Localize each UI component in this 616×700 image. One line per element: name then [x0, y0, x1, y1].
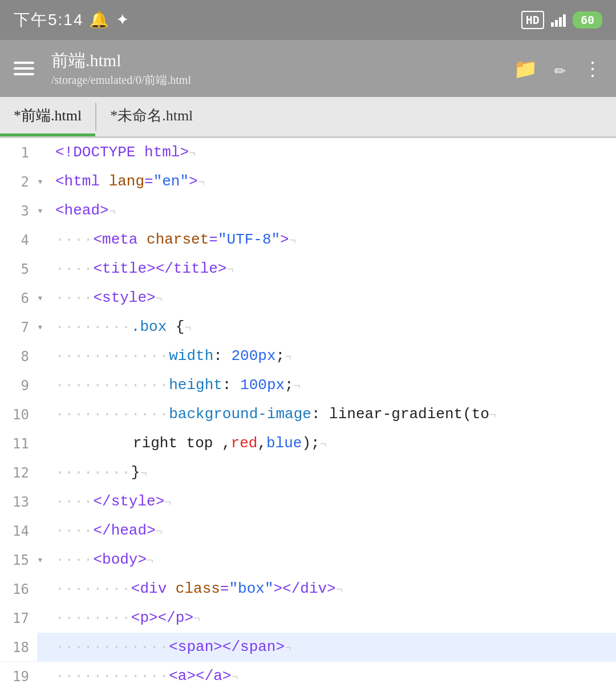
line-number: 13	[0, 487, 37, 516]
line-number: 7	[0, 313, 37, 341]
line-content: ····</style>¬	[53, 487, 616, 516]
code-line-15: 15 ▾ ····<body>¬	[0, 545, 616, 574]
toolbar: 前端.html /storage/emulated/0/前端.html 📁 ✏️…	[0, 40, 616, 97]
line-number: 19	[0, 662, 37, 690]
line-number: 12	[0, 458, 37, 487]
folder-button[interactable]: 📁	[513, 57, 537, 80]
code-line-8: 8 ············width: 200px;¬	[0, 342, 616, 371]
line-number: 3	[0, 196, 37, 225]
line-content: right top ,red,blue);¬	[53, 429, 616, 458]
fold-arrow	[37, 225, 53, 254]
line-number: 14	[0, 516, 37, 545]
line-content: ····<meta charset="UTF-8">¬	[53, 225, 616, 254]
line-content: ············<a></a>¬	[53, 662, 616, 690]
code-line-7: 7 ▾ ········.box {¬	[0, 313, 616, 342]
line-number: 15	[0, 545, 37, 574]
code-line-2: 2 ▾ <html lang="en">¬	[0, 167, 616, 196]
hd-badge: HD	[521, 11, 544, 29]
line-number: 4	[0, 225, 37, 254]
line-content: ········<p></p>¬	[53, 604, 616, 632]
code-line-17: 17 ········<p></p>¬	[0, 604, 616, 633]
code-line-18: 18 ············<span></span>¬	[0, 633, 616, 662]
file-title: 前端.html	[51, 49, 502, 72]
line-content: ············<span></span>¬	[53, 633, 616, 661]
title-section: 前端.html /storage/emulated/0/前端.html	[46, 49, 502, 88]
fold-arrow[interactable]: ▾	[37, 313, 53, 341]
line-number: 6	[0, 284, 37, 312]
code-line-3: 3 ▾ <head>¬	[0, 196, 616, 225]
code-line-14: 14 ····</head>¬	[0, 516, 616, 545]
fold-arrow	[37, 342, 53, 370]
edit-button[interactable]: ✏️	[554, 57, 566, 80]
line-content: ····<body>¬	[53, 545, 616, 574]
code-editor[interactable]: 1 <!DOCTYPE html>¬ 2 ▾ <html lang="en">¬…	[0, 138, 616, 700]
tab-qianduan[interactable]: *前端.html	[0, 97, 95, 136]
line-content: ········<div class="box"></div>¬	[53, 574, 616, 603]
signal-icon	[551, 13, 566, 27]
fold-arrow	[37, 138, 53, 167]
tab-unnamed[interactable]: *未命名.html	[96, 97, 206, 136]
fold-arrow	[37, 574, 53, 603]
code-line-20: 20 ········	[0, 691, 616, 700]
line-content: ············width: 200px;¬	[53, 342, 616, 370]
fold-arrow[interactable]: ▾	[37, 196, 53, 225]
fold-arrow	[37, 487, 53, 516]
fold-arrow[interactable]: ▾	[37, 284, 53, 312]
file-path: /storage/emulated/0/前端.html	[51, 72, 502, 88]
line-number: 8	[0, 342, 37, 370]
line-content: ············background-image: linear-gra…	[53, 400, 616, 428]
line-number: 9	[0, 371, 37, 399]
toolbar-actions: 📁 ✏️ ⋮	[513, 57, 602, 80]
code-line-1: 1 <!DOCTYPE html>¬	[0, 138, 616, 167]
fold-arrow[interactable]: ▾	[37, 545, 53, 574]
line-content: ············height: 100px;¬	[53, 371, 616, 399]
line-content: <html lang="en">¬	[53, 167, 616, 196]
code-line-4: 4 ····<meta charset="UTF-8">¬	[0, 225, 616, 254]
code-line-13: 13 ····</style>¬	[0, 487, 616, 516]
tab-bar: *前端.html *未命名.html	[0, 97, 616, 138]
menu-button[interactable]	[14, 62, 34, 75]
line-number: 10	[0, 400, 37, 428]
code-line-16: 16 ········<div class="box"></div>¬	[0, 574, 616, 604]
line-content: <!DOCTYPE html>¬	[53, 138, 616, 167]
fold-arrow	[37, 516, 53, 545]
line-content: <head>¬	[53, 196, 616, 225]
fold-arrow	[37, 429, 53, 458]
battery-indicator: 60	[573, 11, 602, 29]
line-content: ····<style>¬	[53, 284, 616, 312]
line-number: 5	[0, 254, 37, 283]
fold-arrow	[37, 604, 53, 632]
line-content: ····</head>¬	[53, 516, 616, 545]
line-number: 2	[0, 167, 37, 196]
line-content: ········}¬	[53, 458, 616, 487]
line-content: ········	[53, 691, 616, 700]
status-time: 下午5:14 🔔 ✦	[14, 9, 130, 31]
fold-arrow	[37, 400, 53, 428]
line-number: 17	[0, 604, 37, 632]
code-line-6: 6 ▾ ····<style>¬	[0, 284, 616, 313]
fold-arrow	[37, 371, 53, 399]
code-line-19: 19 ············<a></a>¬	[0, 662, 616, 691]
line-number: 20	[0, 691, 37, 700]
code-line-10: 10 ············background-image: linear-…	[0, 400, 616, 429]
code-line-12: 12 ········}¬	[0, 458, 616, 487]
status-right: HD 60	[521, 11, 602, 29]
fold-arrow	[37, 458, 53, 487]
more-button[interactable]: ⋮	[583, 57, 602, 80]
line-number: 1	[0, 138, 37, 167]
line-content: ····<title></title>¬	[53, 254, 616, 283]
fold-arrow	[37, 691, 53, 700]
fold-arrow	[37, 662, 53, 690]
fold-arrow	[37, 254, 53, 283]
line-number: 18	[0, 633, 37, 661]
line-number: 16	[0, 574, 37, 603]
code-line-9: 9 ············height: 100px;¬	[0, 371, 616, 400]
line-content: ········.box {¬	[53, 313, 616, 341]
fold-arrow	[37, 633, 53, 661]
line-number: 11	[0, 429, 37, 458]
fold-arrow[interactable]: ▾	[37, 167, 53, 196]
code-line-11: 11 right top ,red,blue);¬	[0, 429, 616, 458]
code-line-5: 5 ····<title></title>¬	[0, 254, 616, 284]
status-bar: 下午5:14 🔔 ✦ HD 60	[0, 0, 616, 40]
